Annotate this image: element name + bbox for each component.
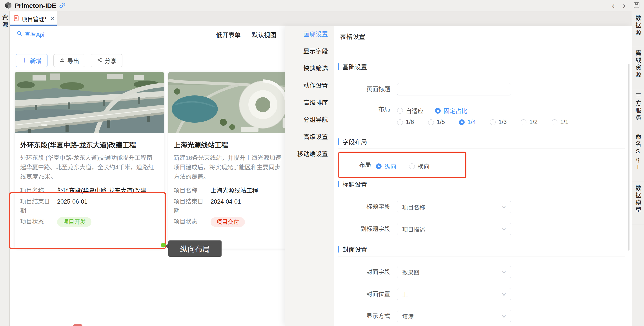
select-value: 上 — [402, 290, 408, 298]
rail-item-label: 命名Sql — [634, 134, 642, 181]
radio-fixed-ratio[interactable]: 固定占比 — [435, 106, 467, 115]
menu-item-display-fields[interactable]: 显示字段 — [285, 43, 334, 60]
chevron-down-icon: ∨ — [501, 270, 507, 274]
chevron-down-icon: ∨ — [501, 292, 507, 297]
gallery-toolbar: 查看Api 低开表单 默认视图 — [10, 26, 285, 42]
title-field-label: 标题字段 — [352, 201, 390, 213]
radio-vertical[interactable]: 纵向 — [376, 162, 396, 170]
field-value: 2025-06-01 — [57, 197, 88, 215]
tab-close-icon[interactable]: ✕ — [50, 16, 54, 22]
cover-field-select[interactable]: 效果图 ∨ — [397, 266, 511, 278]
settings-drawer: 画廊设置 显示字段 快速筛选 动作设置 高级排序 分组导航 高级设置 移动端设置… — [285, 26, 632, 326]
left-resource-rail: 资源 — [0, 11, 10, 326]
card-fields: 项目名称 外环东段(华夏中路-龙东大道)改建... 项目结束日期 2025-06… — [20, 186, 159, 227]
subtitle-field-select[interactable]: 项目描述 ∨ — [397, 223, 511, 235]
field-label: 项目状态 — [174, 217, 206, 227]
search-icon — [17, 30, 22, 38]
radio-1-3[interactable]: 1/3 — [490, 119, 507, 126]
field-label: 项目状态 — [20, 217, 53, 227]
field-row-status: 项目状态 项目开发 — [20, 217, 159, 227]
divider — [338, 149, 625, 149]
menu-item-advanced-settings[interactable]: 高级设置 — [285, 129, 334, 146]
menu-item-mobile-settings[interactable]: 移动端设置 — [285, 146, 334, 163]
page-title-label: 页面标题 — [352, 83, 390, 95]
nav-back-button[interactable]: ‹ — [611, 2, 616, 10]
cover-position-select[interactable]: 上 ∨ — [397, 288, 511, 300]
project-card[interactable]: 外环东段(华夏中路-龙东大道)改建工程 外环东段 (华夏中路-龙东大道)交通功能… — [15, 72, 164, 249]
menu-item-gallery-settings[interactable]: 画廊设置 — [285, 26, 334, 43]
radio-adaptive[interactable]: 自适应 — [397, 106, 424, 115]
radio-circle — [397, 119, 403, 125]
add-label: 新增 — [30, 56, 42, 65]
menu-item-quick-filter[interactable]: 快速筛选 — [285, 60, 334, 77]
radio-1-4[interactable]: 1/4 — [459, 119, 476, 126]
rail-item-named-sql[interactable]: 命名Sql — [632, 130, 644, 181]
tab-bar: 项目管理* ✕ — [10, 11, 632, 26]
radio-circle — [552, 119, 558, 125]
page-title-input[interactable] — [397, 83, 511, 95]
field-value: 2024-04-01 — [210, 197, 241, 215]
menu-item-advanced-sort[interactable]: 高级排序 — [285, 94, 334, 111]
radio-label: 1/2 — [529, 119, 538, 126]
section-accent-bar — [338, 181, 339, 187]
radio-circle — [459, 119, 465, 125]
link-icon[interactable] — [59, 2, 66, 10]
display-mode-select[interactable]: 填满 ∨ — [397, 310, 511, 322]
scrollbar-thumb[interactable] — [628, 64, 630, 251]
field-label: 项目名称 — [174, 186, 206, 195]
menu-item-action-settings[interactable]: 动作设置 — [285, 77, 334, 94]
rail-item-offline-resources[interactable]: 离线资源 — [632, 46, 644, 89]
cover-field-label: 封面字段 — [352, 266, 390, 278]
radio-label: 1/1 — [560, 119, 568, 126]
rail-item-label: 三方服务 — [634, 93, 642, 130]
radio-1-5[interactable]: 1/5 — [428, 119, 445, 126]
radio-circle — [409, 163, 415, 169]
view-api-button[interactable]: 查看Api — [16, 30, 46, 38]
title-field-select[interactable]: 项目名称 ∨ — [397, 201, 511, 213]
rail-item-resources[interactable]: 资源 — [0, 14, 9, 29]
field-label: 项目名称 — [20, 186, 53, 195]
section-title: 标题设置 — [342, 180, 367, 188]
divider — [338, 74, 625, 74]
card-title: 外环东段(华夏中路-龙东大道)改建工程 — [20, 140, 159, 150]
radio-label: 固定占比 — [444, 106, 467, 115]
section-cover-settings: 封面设置 — [338, 246, 367, 253]
drawer-menu: 画廊设置 显示字段 快速筛选 动作设置 高级排序 分组导航 高级设置 移动端设置 — [285, 26, 334, 326]
section-accent-bar — [338, 63, 339, 70]
highlight-handle-dot[interactable] — [161, 243, 166, 247]
rail-item-data-source[interactable]: 数据源 — [632, 11, 644, 46]
tooltip-arrow — [166, 244, 168, 249]
radio-circle — [397, 108, 403, 114]
radio-1-2[interactable]: 1/2 — [521, 119, 538, 126]
radio-1-1[interactable]: 1/1 — [552, 119, 568, 126]
status-badge: 项目开发 — [57, 217, 92, 227]
select-value: 填满 — [402, 312, 414, 320]
right-resource-rail: 数据源 离线资源 三方服务 命名Sql 数据模型 — [632, 11, 644, 326]
radio-circle — [435, 108, 441, 114]
nav-forward-button[interactable]: › — [622, 2, 626, 10]
save-icon[interactable] — [633, 2, 640, 10]
vertical-layout-tooltip: 纵向布局 — [168, 240, 222, 257]
radio-label: 横向 — [418, 162, 430, 170]
export-button[interactable]: 导出 — [54, 54, 85, 67]
rail-item-label: 离线资源 — [634, 50, 642, 89]
rail-item-third-party-services[interactable]: 三方服务 — [632, 89, 644, 130]
top-header-bar: Primeton-IDE ‹ › — [0, 0, 644, 11]
section-field-layout: 字段布局 — [338, 138, 367, 145]
default-view-button[interactable]: 默认视图 — [252, 30, 276, 39]
share-label: 分享 — [104, 56, 116, 65]
menu-item-group-nav[interactable]: 分组导航 — [285, 111, 334, 129]
layout-label: 布局 — [352, 106, 390, 113]
low-code-form-button[interactable]: 低开表单 — [216, 30, 241, 39]
add-button[interactable]: ＋ 新增 — [16, 54, 48, 67]
field-label: 项目结束日期 — [20, 197, 53, 215]
partial-badge — [73, 324, 83, 326]
radio-horizontal[interactable]: 横向 — [409, 162, 430, 170]
tab-project-management[interactable]: 项目管理* ✕ — [10, 11, 57, 26]
plus-icon: ＋ — [22, 57, 28, 64]
rail-item-data-model[interactable]: 数据模型 — [632, 181, 644, 224]
share-button[interactable]: 分享 — [91, 54, 122, 67]
radio-1-6[interactable]: 1/6 — [397, 119, 414, 126]
radio-circle — [428, 119, 434, 125]
radio-circle — [490, 119, 496, 125]
